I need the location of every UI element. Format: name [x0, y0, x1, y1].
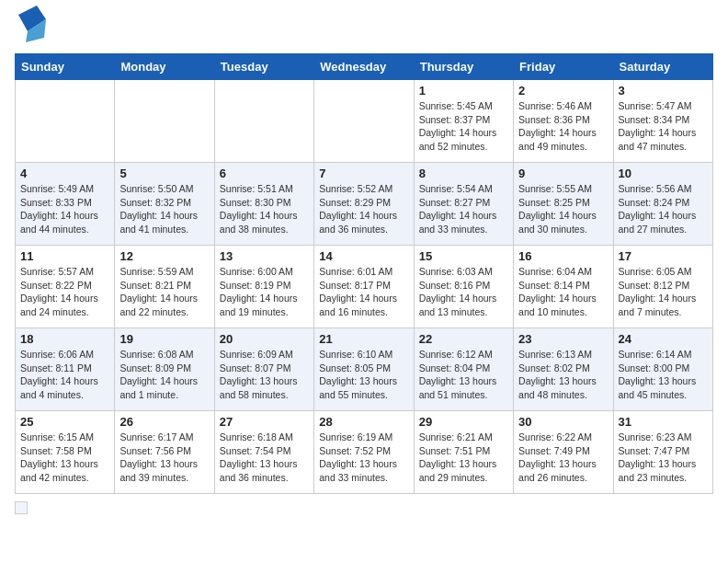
day-number: 29	[419, 415, 508, 429]
calendar-cell: 30Sunrise: 6:22 AM Sunset: 7:49 PM Dayli…	[514, 411, 613, 494]
calendar-cell: 26Sunrise: 6:17 AM Sunset: 7:56 PM Dayli…	[115, 411, 214, 494]
day-number: 14	[319, 249, 408, 263]
day-info: Sunrise: 6:10 AM Sunset: 8:05 PM Dayligh…	[319, 348, 408, 402]
day-number: 11	[20, 249, 109, 263]
day-info: Sunrise: 6:13 AM Sunset: 8:02 PM Dayligh…	[518, 348, 608, 402]
day-number: 30	[518, 415, 608, 429]
day-number: 24	[619, 332, 708, 346]
day-number: 28	[319, 415, 408, 429]
day-number: 19	[119, 332, 209, 346]
day-info: Sunrise: 6:14 AM Sunset: 8:00 PM Dayligh…	[619, 348, 708, 402]
day-info: Sunrise: 5:46 AM Sunset: 8:36 PM Dayligh…	[518, 99, 608, 154]
calendar-week-3: 11Sunrise: 5:57 AM Sunset: 8:22 PM Dayli…	[16, 246, 713, 328]
day-number: 9	[518, 167, 608, 180]
day-number: 7	[319, 167, 408, 180]
day-number: 22	[419, 332, 508, 346]
day-info: Sunrise: 6:12 AM Sunset: 8:04 PM Dayligh…	[419, 348, 508, 402]
calendar-cell: 8Sunrise: 5:54 AM Sunset: 8:27 PM Daylig…	[414, 163, 513, 246]
day-info: Sunrise: 6:03 AM Sunset: 8:16 PM Dayligh…	[419, 265, 508, 319]
calendar-cell: 5Sunrise: 5:50 AM Sunset: 8:32 PM Daylig…	[115, 163, 214, 246]
calendar-cell: 18Sunrise: 6:06 AM Sunset: 8:11 PM Dayli…	[16, 328, 115, 411]
day-number: 26	[119, 415, 209, 429]
calendar-cell: 10Sunrise: 5:56 AM Sunset: 8:24 PM Dayli…	[613, 163, 712, 246]
weekday-header-thursday: Thursday	[414, 54, 513, 80]
calendar-cell	[16, 80, 115, 163]
daylight-box-icon	[15, 501, 28, 514]
calendar-cell: 14Sunrise: 6:01 AM Sunset: 8:17 PM Dayli…	[314, 246, 414, 328]
calendar-cell: 3Sunrise: 5:47 AM Sunset: 8:34 PM Daylig…	[613, 80, 712, 163]
day-info: Sunrise: 6:06 AM Sunset: 8:11 PM Dayligh…	[20, 348, 109, 402]
calendar-cell	[214, 80, 313, 163]
calendar-cell: 2Sunrise: 5:46 AM Sunset: 8:36 PM Daylig…	[514, 80, 613, 163]
day-number: 21	[319, 332, 408, 346]
day-info: Sunrise: 6:04 AM Sunset: 8:14 PM Dayligh…	[518, 265, 608, 319]
day-number: 1	[419, 84, 508, 98]
calendar-cell: 20Sunrise: 6:09 AM Sunset: 8:07 PM Dayli…	[214, 328, 313, 411]
calendar-cell: 31Sunrise: 6:23 AM Sunset: 7:47 PM Dayli…	[613, 411, 712, 494]
day-number: 12	[119, 249, 209, 263]
day-number: 23	[518, 332, 608, 346]
day-info: Sunrise: 6:19 AM Sunset: 7:52 PM Dayligh…	[319, 431, 408, 485]
day-number: 4	[20, 167, 109, 180]
day-number: 5	[119, 167, 209, 180]
day-info: Sunrise: 5:45 AM Sunset: 8:37 PM Dayligh…	[419, 99, 508, 154]
weekday-header-tuesday: Tuesday	[214, 54, 313, 80]
day-number: 13	[220, 249, 309, 263]
day-info: Sunrise: 6:09 AM Sunset: 8:07 PM Dayligh…	[220, 348, 309, 402]
calendar-cell: 22Sunrise: 6:12 AM Sunset: 8:04 PM Dayli…	[414, 328, 513, 411]
page-header	[15, 15, 713, 42]
day-number: 8	[419, 167, 508, 180]
day-number: 20	[220, 332, 309, 346]
calendar-week-5: 25Sunrise: 6:15 AM Sunset: 7:58 PM Dayli…	[16, 411, 713, 494]
day-info: Sunrise: 5:57 AM Sunset: 8:22 PM Dayligh…	[20, 265, 109, 319]
day-info: Sunrise: 6:15 AM Sunset: 7:58 PM Dayligh…	[20, 431, 109, 485]
day-info: Sunrise: 6:01 AM Sunset: 8:17 PM Dayligh…	[319, 265, 408, 319]
calendar-week-1: 1Sunrise: 5:45 AM Sunset: 8:37 PM Daylig…	[16, 80, 713, 163]
day-info: Sunrise: 6:18 AM Sunset: 7:54 PM Dayligh…	[220, 431, 309, 485]
calendar-cell: 17Sunrise: 6:05 AM Sunset: 8:12 PM Dayli…	[613, 246, 712, 328]
day-info: Sunrise: 6:08 AM Sunset: 8:09 PM Dayligh…	[119, 348, 209, 402]
calendar-cell: 21Sunrise: 6:10 AM Sunset: 8:05 PM Dayli…	[314, 328, 414, 411]
day-number: 16	[518, 249, 608, 263]
calendar-cell: 28Sunrise: 6:19 AM Sunset: 7:52 PM Dayli…	[314, 411, 414, 494]
day-number: 15	[419, 249, 508, 263]
day-info: Sunrise: 5:52 AM Sunset: 8:29 PM Dayligh…	[319, 182, 408, 236]
day-info: Sunrise: 5:56 AM Sunset: 8:24 PM Dayligh…	[619, 182, 708, 236]
day-info: Sunrise: 6:21 AM Sunset: 7:51 PM Dayligh…	[419, 431, 508, 485]
day-info: Sunrise: 5:50 AM Sunset: 8:32 PM Dayligh…	[119, 182, 209, 236]
day-number: 27	[220, 415, 309, 429]
day-info: Sunrise: 6:00 AM Sunset: 8:19 PM Dayligh…	[220, 265, 309, 319]
weekday-header-monday: Monday	[115, 54, 214, 80]
day-info: Sunrise: 5:51 AM Sunset: 8:30 PM Dayligh…	[220, 182, 309, 236]
day-number: 31	[619, 415, 708, 429]
calendar-cell	[314, 80, 414, 163]
day-number: 18	[20, 332, 109, 346]
logo-icon	[18, 6, 46, 42]
day-info: Sunrise: 5:49 AM Sunset: 8:33 PM Dayligh…	[20, 182, 109, 236]
calendar-cell: 19Sunrise: 6:08 AM Sunset: 8:09 PM Dayli…	[115, 328, 214, 411]
weekday-header-wednesday: Wednesday	[314, 54, 414, 80]
calendar-cell: 7Sunrise: 5:52 AM Sunset: 8:29 PM Daylig…	[314, 163, 414, 246]
calendar-table: SundayMondayTuesdayWednesdayThursdayFrid…	[15, 53, 713, 494]
calendar-cell: 9Sunrise: 5:55 AM Sunset: 8:25 PM Daylig…	[514, 163, 613, 246]
calendar-cell: 25Sunrise: 6:15 AM Sunset: 7:58 PM Dayli…	[16, 411, 115, 494]
day-number: 3	[619, 84, 708, 98]
weekday-header-friday: Friday	[514, 54, 613, 80]
day-info: Sunrise: 6:22 AM Sunset: 7:49 PM Dayligh…	[518, 431, 608, 485]
weekday-header-saturday: Saturday	[613, 54, 712, 80]
footer-note	[15, 501, 713, 514]
calendar-cell: 12Sunrise: 5:59 AM Sunset: 8:21 PM Dayli…	[115, 246, 214, 328]
day-number: 10	[619, 167, 708, 180]
calendar-cell: 24Sunrise: 6:14 AM Sunset: 8:00 PM Dayli…	[613, 328, 712, 411]
calendar-cell: 23Sunrise: 6:13 AM Sunset: 8:02 PM Dayli…	[514, 328, 613, 411]
day-info: Sunrise: 6:05 AM Sunset: 8:12 PM Dayligh…	[619, 265, 708, 319]
day-number: 2	[518, 84, 608, 98]
day-number: 25	[20, 415, 109, 429]
calendar-cell: 29Sunrise: 6:21 AM Sunset: 7:51 PM Dayli…	[414, 411, 513, 494]
calendar-cell: 4Sunrise: 5:49 AM Sunset: 8:33 PM Daylig…	[16, 163, 115, 246]
day-info: Sunrise: 5:55 AM Sunset: 8:25 PM Dayligh…	[518, 182, 608, 236]
calendar-week-4: 18Sunrise: 6:06 AM Sunset: 8:11 PM Dayli…	[16, 328, 713, 411]
day-info: Sunrise: 5:47 AM Sunset: 8:34 PM Dayligh…	[619, 99, 708, 154]
day-info: Sunrise: 5:54 AM Sunset: 8:27 PM Dayligh…	[419, 182, 508, 236]
calendar-week-2: 4Sunrise: 5:49 AM Sunset: 8:33 PM Daylig…	[16, 163, 713, 246]
